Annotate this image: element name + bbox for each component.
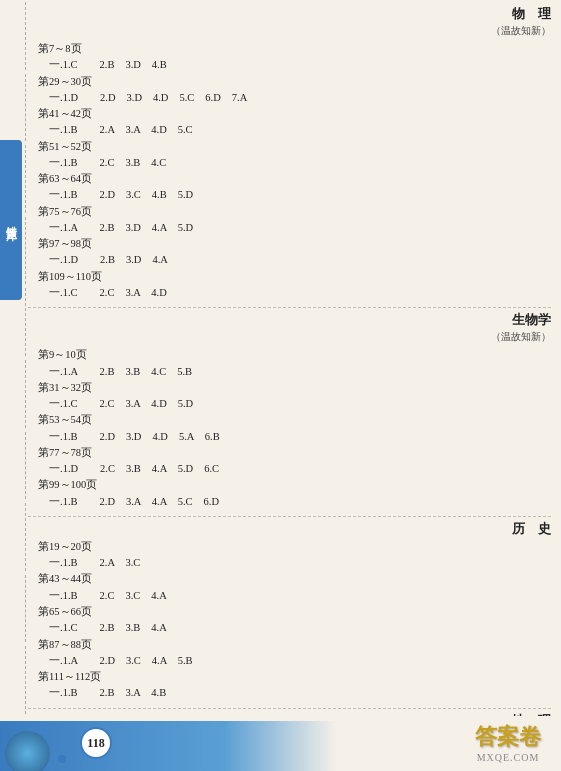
history-row-3: 一.1.B 2.C 3.C 4.A (28, 588, 551, 604)
history-row-7: 一.1.A 2.D 3.C 4.A 5.B (28, 653, 551, 669)
physics-subtitle: （温故知新） (28, 24, 551, 38)
biology-title: 生物学 (28, 311, 551, 329)
physics-row-12: 第97～98页 (28, 236, 551, 252)
physics-row-3: 一.1.D 2.D 3.D 4.D 5.C 6.D 7.A (28, 90, 551, 106)
physics-row-11: 一.1.A 2.B 3.D 4.A 5.D (28, 220, 551, 236)
geography-title: 地 理 (28, 712, 551, 716)
history-row-4: 第65～66页 (28, 604, 551, 620)
bottom-circle-decoration (5, 731, 50, 771)
biology-row-3: 一.1.C 2.C 3.A 4.D 5.D (28, 396, 551, 412)
logo-sub-text: MXQE.COM (477, 752, 540, 763)
side-tab: 错题库 (0, 140, 22, 300)
biology-row-8: 第99～100页 (28, 477, 551, 493)
physics-row-4: 第41～42页 (28, 106, 551, 122)
physics-row-0: 第7～8页 (28, 41, 551, 57)
physics-row-15: 一.1.C 2.C 3.A 4.D (28, 285, 551, 301)
history-section: 历 史 第19～20页 一.1.B 2.A 3.C 第43～44页 一.1.B … (28, 520, 551, 702)
history-row-8: 第111～112页 (28, 669, 551, 685)
physics-row-6: 第51～52页 (28, 139, 551, 155)
biology-row-5: 一.1.B 2.D 3.D 4.D 5.A 6.B (28, 429, 551, 445)
biology-row-9: 一.1.B 2.D 3.A 4.A 5.C 6.D (28, 494, 551, 510)
biology-row-6: 第77～78页 (28, 445, 551, 461)
divider-3 (28, 708, 551, 709)
page-container: 错题库 物 理 （温故知新） 第7～8页 一.1.C 2.B 3.D 4.B 第… (0, 0, 561, 771)
biology-row-2: 第31～32页 (28, 380, 551, 396)
physics-row-10: 第75～76页 (28, 204, 551, 220)
physics-row-9: 一.1.B 2.D 3.C 4.B 5.D (28, 187, 551, 203)
history-row-2: 第43～44页 (28, 571, 551, 587)
physics-row-8: 第63～64页 (28, 171, 551, 187)
physics-row-13: 一.1.D 2.B 3.D 4.A (28, 252, 551, 268)
physics-row-5: 一.1.B 2.A 3.A 4.D 5.C (28, 122, 551, 138)
main-content: 物 理 （温故知新） 第7～8页 一.1.C 2.B 3.D 4.B 第29～3… (28, 5, 551, 716)
biology-subtitle: （温故知新） (28, 330, 551, 344)
divider-1 (28, 307, 551, 308)
physics-section: 物 理 （温故知新） 第7～8页 一.1.C 2.B 3.D 4.B 第29～3… (28, 5, 551, 301)
physics-row-1: 一.1.C 2.B 3.D 4.B (28, 57, 551, 73)
biology-row-4: 第53～54页 (28, 412, 551, 428)
physics-row-7: 一.1.B 2.C 3.B 4.C (28, 155, 551, 171)
biology-row-1: 一.1.A 2.B 3.B 4.C 5.B (28, 364, 551, 380)
history-row-1: 一.1.B 2.A 3.C (28, 555, 551, 571)
geography-section: 地 理 第11～12页 一.1.D 2.D 3.B 第33～34页 一.1.A … (28, 712, 551, 716)
history-row-5: 一.1.C 2.B 3.B 4.A (28, 620, 551, 636)
history-row-9: 一.1.B 2.B 3.A 4.B (28, 685, 551, 701)
logo-main-text: 答案卷 (475, 722, 541, 752)
biology-row-0: 第9～10页 (28, 347, 551, 363)
biology-section: 生物学 （温故知新） 第9～10页 一.1.A 2.B 3.B 4.C 5.B … (28, 311, 551, 510)
physics-title: 物 理 (28, 5, 551, 23)
history-title: 历 史 (28, 520, 551, 538)
biology-row-7: 一.1.D 2.C 3.B 4.A 5.D 6.C (28, 461, 551, 477)
physics-row-2: 第29～30页 (28, 74, 551, 90)
bottom-logo: 答案卷 MXQE.COM (475, 722, 541, 763)
divider-2 (28, 516, 551, 517)
history-row-0: 第19～20页 (28, 539, 551, 555)
physics-row-14: 第109～110页 (28, 269, 551, 285)
side-tab-label: 错题库 (4, 217, 19, 223)
history-row-6: 第87～88页 (28, 637, 551, 653)
page-number: 118 (80, 727, 112, 759)
bottom-dot-decoration (58, 755, 66, 763)
